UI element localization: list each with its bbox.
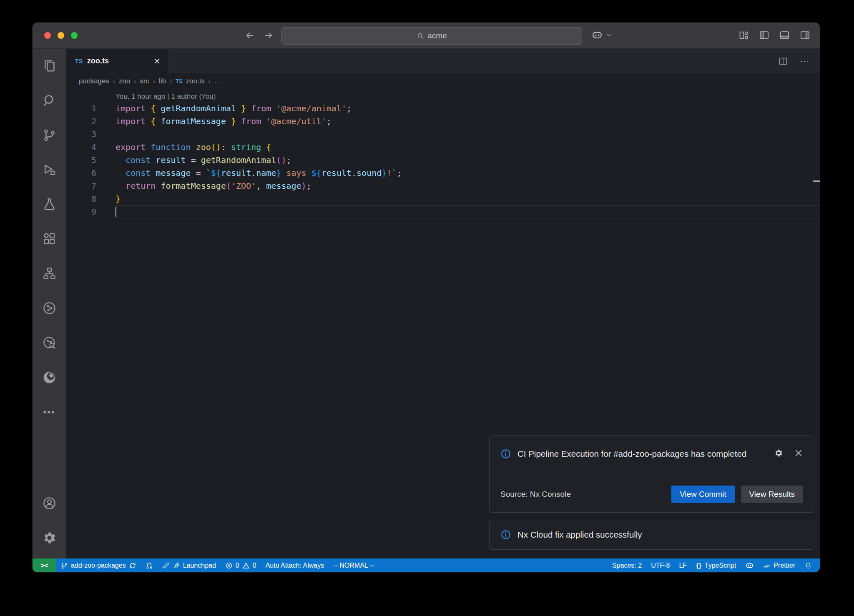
- breadcrumb-separator: ›: [134, 78, 136, 85]
- code-line[interactable]: 2import { formatMessage } from '@acme/ut…: [66, 115, 820, 128]
- vim-mode-status-item[interactable]: -- NORMAL --: [329, 558, 379, 572]
- breadcrumb-separator: ›: [208, 78, 211, 85]
- sidebar-item-nx-console[interactable]: [33, 291, 66, 326]
- tab-close-icon[interactable]: ✕: [153, 56, 161, 66]
- code-line[interactable]: 9: [66, 205, 820, 218]
- sidebar-item-testing[interactable]: [33, 187, 66, 222]
- nx-console-icon: [42, 301, 57, 316]
- toggle-primary-sidebar-icon[interactable]: [759, 30, 770, 41]
- code-line[interactable]: 5 const result = getRandomAnimal();: [66, 154, 820, 167]
- status-bar: >< add-zoo-packages Launchpad 0: [33, 558, 820, 572]
- eol-status-item[interactable]: LF: [674, 558, 691, 572]
- indentation-status-item[interactable]: Spaces: 2: [608, 558, 646, 572]
- encoding-status-item[interactable]: UTF-8: [646, 558, 674, 572]
- breadcrumb-item-src[interactable]: src: [140, 77, 149, 85]
- breadcrumb-item-zoo[interactable]: zoo: [119, 77, 130, 85]
- customize-layout-icon[interactable]: [738, 30, 749, 41]
- error-count: 0: [236, 562, 239, 569]
- account-icon: [42, 496, 57, 511]
- sidebar-item-nx-cloud[interactable]: [33, 326, 66, 360]
- extensions-icon: [42, 232, 57, 246]
- problems-status-item[interactable]: 0 0: [221, 558, 261, 572]
- view-commit-button[interactable]: View Commit: [671, 486, 735, 503]
- code-line[interactable]: 7 return formatMessage('ZOO', message);: [66, 180, 820, 193]
- breadcrumb-separator: ›: [170, 78, 172, 85]
- tab-zoo-ts[interactable]: TS zoo.ts ✕: [66, 49, 168, 73]
- line-number[interactable]: 5: [66, 154, 96, 167]
- line-number[interactable]: 7: [66, 180, 96, 193]
- rocket-icon: [173, 562, 180, 569]
- breadcrumb-item-packages[interactable]: packages: [79, 77, 109, 85]
- copilot-icon: [591, 29, 603, 41]
- language-status-item[interactable]: {} TypeScript: [691, 558, 741, 572]
- edge-browser-icon: [42, 370, 57, 385]
- breadcrumb-item-file[interactable]: TS zoo.ts: [176, 77, 205, 85]
- nav-forward-button[interactable]: [262, 29, 275, 42]
- code-line[interactable]: 8}: [66, 193, 820, 205]
- error-icon: [225, 562, 233, 569]
- minimize-window-button[interactable]: [58, 32, 64, 39]
- edit-icon: [162, 562, 170, 569]
- notifications-bell-item[interactable]: [800, 558, 816, 572]
- zoom-window-button[interactable]: [71, 32, 78, 39]
- git-blame-annotation: You, 1 hour ago | 1 author (You): [116, 91, 820, 102]
- explorer-icon: [42, 59, 57, 73]
- line-number[interactable]: 1: [66, 102, 96, 115]
- copilot-menu-button[interactable]: [591, 29, 612, 41]
- line-number[interactable]: 3: [66, 128, 96, 141]
- line-number[interactable]: 9: [66, 205, 96, 218]
- sidebar-item-more[interactable]: •••: [33, 395, 66, 429]
- line-number[interactable]: 4: [66, 141, 96, 154]
- indent-guide: [119, 154, 119, 193]
- traffic-lights: [44, 32, 78, 39]
- auto-attach-status-item[interactable]: Auto Attach: Always: [261, 558, 329, 572]
- testing-flask-icon: [42, 197, 57, 212]
- title-bar: acme: [33, 23, 820, 49]
- overview-ruler-mark: [813, 180, 820, 182]
- code-line[interactable]: 3: [66, 128, 820, 141]
- line-number[interactable]: 2: [66, 115, 96, 128]
- copilot-icon: [745, 561, 754, 570]
- branch-status-item[interactable]: add-zoo-packages: [56, 558, 141, 572]
- prettier-status-item[interactable]: Prettier: [759, 558, 800, 572]
- pull-request-status-item[interactable]: [141, 558, 158, 572]
- breadcrumb-item-lib[interactable]: lib: [159, 77, 166, 85]
- vscode-window: acme: [33, 23, 820, 572]
- sidebar-item-run-debug[interactable]: [33, 153, 66, 187]
- copilot-status-item[interactable]: [741, 558, 759, 572]
- notification-close-icon[interactable]: [794, 448, 803, 458]
- notification-message: Nx Cloud fix applied successfully: [517, 530, 642, 540]
- sidebar-item-explorer[interactable]: [33, 49, 66, 83]
- remote-icon: ><: [41, 562, 48, 569]
- line-number[interactable]: 8: [66, 193, 96, 205]
- line-content: import { getRandomAnimal } from '@acme/a…: [96, 102, 352, 115]
- code-line[interactable]: 4export function zoo(): string {: [66, 141, 820, 154]
- launchpad-status-item[interactable]: Launchpad: [158, 558, 221, 572]
- sidebar-item-hierarchy[interactable]: [33, 256, 66, 291]
- toggle-secondary-sidebar-icon[interactable]: [799, 30, 811, 41]
- sidebar-item-search[interactable]: [33, 83, 66, 118]
- notification-source: Source: Nx Console: [500, 490, 571, 499]
- remote-indicator[interactable]: ><: [33, 558, 56, 572]
- split-editor-icon[interactable]: [778, 56, 788, 66]
- view-results-button[interactable]: View Results: [741, 486, 803, 503]
- close-window-button[interactable]: [44, 32, 51, 39]
- breadcrumb-item-symbol[interactable]: …: [214, 77, 221, 85]
- sidebar-item-extensions[interactable]: [33, 222, 66, 256]
- line-content: }: [96, 193, 121, 205]
- screen: acme: [0, 0, 854, 616]
- chevron-down-icon: [605, 32, 612, 38]
- code-line[interactable]: 6 const message = `${result.name} says $…: [66, 167, 820, 180]
- command-center-search[interactable]: acme: [281, 27, 582, 45]
- toggle-panel-icon[interactable]: [779, 30, 790, 41]
- notification-settings-gear-icon[interactable]: [774, 448, 783, 458]
- warning-count: 0: [253, 562, 256, 569]
- code-line[interactable]: 1import { getRandomAnimal } from '@acme/…: [66, 102, 820, 115]
- line-number[interactable]: 6: [66, 167, 96, 180]
- nav-back-button[interactable]: [243, 29, 256, 42]
- nx-cloud-icon: [42, 336, 57, 350]
- sidebar-item-settings[interactable]: [33, 521, 66, 555]
- sidebar-item-source-control[interactable]: [33, 118, 66, 153]
- sidebar-item-accounts[interactable]: [33, 486, 66, 521]
- sidebar-item-edge[interactable]: [33, 360, 66, 395]
